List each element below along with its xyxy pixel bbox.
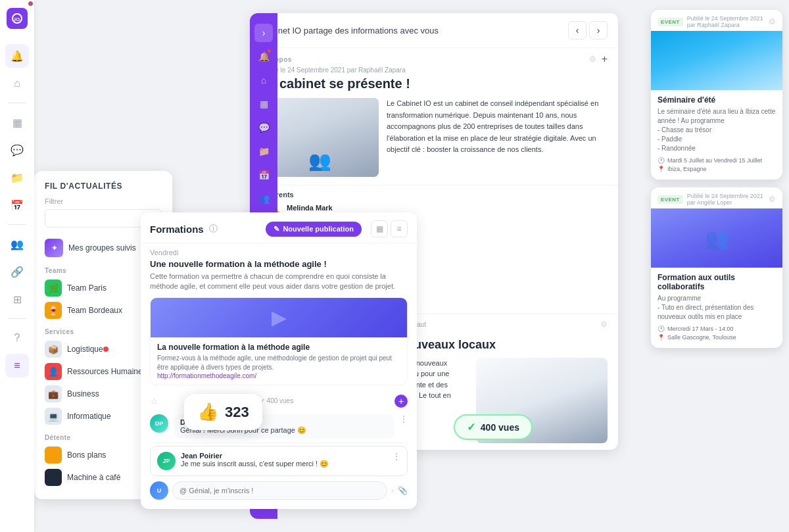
informatique-icon: 💻 [45,408,62,425]
event1-image [651,31,782,90]
article-image [260,98,379,177]
event1-date: 🕐 Mardi 5 Juillet au Vendredi 15 Juillet [658,157,776,164]
bons-plans-label: Bons plans [67,450,106,460]
formations-header: Formations ⓘ ✎ Nouvelle publication ▦ ≡ [141,212,417,243]
users-icon[interactable]: 👥 [5,232,29,256]
rh-label: Ressources Humaines [67,367,147,376]
event1-badge: EVENT [658,18,683,26]
main-top-bar: Cabinet IO partage des informations avec… [250,13,618,48]
new-pub-label: Nouvelle publication [283,225,354,233]
next-nav-button[interactable]: › [589,21,608,39]
informatique-label: Informatique [67,412,111,421]
filter-label: Filtrer [45,197,162,205]
event2-badge: EVENT [658,195,683,204]
bons-plans-icon [45,447,62,464]
second-settings-icon[interactable]: ⚙ [600,320,608,329]
chat-icon[interactable]: 💬 [5,138,29,162]
machine-cafe-icon [45,469,62,486]
jean-comment-card: JP Jean Poirier Je me suis inscrit aussi… [150,446,408,476]
new-publication-button[interactable]: ✎ Nouvelle publication [266,222,362,237]
jean-name: Jean Poirier [181,452,387,460]
svg-text:IO: IO [14,16,20,22]
strip-calendar-icon[interactable]: 📅 [254,166,273,184]
event-card-2: EVENT Publié le 24 Septembre 2021par Ang… [651,187,782,348]
post-card-image: ▶ [151,298,407,337]
strip-grid-icon[interactable]: ▦ [254,95,273,113]
jean-avatar: JP [157,452,176,470]
calendar-icon[interactable]: 📅 [5,193,29,217]
views-text: ✓ 400 vues [260,397,293,404]
list-icon-btn[interactable]: ≡ [391,220,408,237]
formations-info-icon[interactable]: ⓘ [209,223,218,235]
group-icon[interactable]: ⊞ [5,287,29,311]
day-label: Vendredi [150,243,408,259]
current-user-avatar: U [150,481,168,500]
link-icon[interactable]: 🔗 [5,260,29,283]
post-card-link[interactable]: http://formationmethodeagile.com/ [157,372,400,379]
post-desc: Cette formation va permettre à chacun de… [150,272,408,292]
left-panel-title: FIL D'ACTUALITÉS [45,181,162,191]
help-icon[interactable]: ? [5,326,29,350]
strip-arrow-icon[interactable]: › [254,24,273,42]
jean-more-icon[interactable]: ⋮ [393,452,400,461]
event1-date-text: Mardi 5 Juillet au Vendredi 15 Juillet [667,157,762,164]
sidebar-divider3 [8,318,26,319]
prev-nav-button[interactable]: ‹ [568,21,586,39]
event-card-1: EVENT Publié le 24 Septembre 2021par Rap… [651,10,782,180]
right-panel: EVENT Publié le 24 Septembre 2021par Rap… [651,10,782,356]
home-icon[interactable]: ⌂ [5,72,29,95]
new-pub-icon: ✎ [274,225,279,233]
strip-home-icon[interactable]: ⌂ [254,71,273,89]
sidebar-logo[interactable]: IO [7,8,28,29]
event2-settings-icon[interactable]: ⚙ [769,195,776,204]
strip-users-icon[interactable]: 👥 [254,189,273,208]
david-more-icon[interactable]: ⋮ [400,414,408,423]
event1-desc: Le séminaire d'été aura lieu à Ibiza cet… [658,107,776,153]
formations-panel: Formations ⓘ ✎ Nouvelle publication ▦ ≡ … [141,212,417,509]
grid-icon[interactable]: ▦ [5,110,29,134]
strip-bell-icon[interactable]: 🔔 [254,47,273,66]
event2-desc: Au programme- Tuto en direct, présentati… [658,294,776,322]
event2-top: EVENT Publié le 24 Septembre 2021par Ang… [651,187,782,208]
formations-body: Vendredi Une nouvelle formation à la mét… [141,243,417,509]
folder-icon[interactable]: 📁 [5,166,29,189]
comment-input[interactable] [172,481,387,500]
event1-pub-info: Publié le 24 Septembre 2021par Raphaël Z… [687,15,769,28]
article-body: Le Cabinet IO est un cabinet de conseil … [250,98,618,185]
check-icon: ✓ [467,421,475,433]
collab-image: 👥 [651,208,782,268]
strip-folder-icon[interactable]: 📁 [254,142,273,160]
star-button[interactable]: ☆ [150,396,158,406]
post-card: ▶ La nouvelle formation à la méthode agi… [150,297,408,385]
event1-location: 📍 Ibiza, Espagne [658,166,776,172]
table-icon-btn[interactable]: ▦ [371,220,388,237]
add-icon[interactable]: + [602,53,608,65]
thumbs-up-icon: 👍 [197,402,218,422]
bell-icon[interactable]: 🔔 [5,44,29,68]
list-icon[interactable]: ≡ [5,354,29,377]
comment-send-icon[interactable]: › [391,486,394,495]
event2-pub-info: Publié le 24 Septembre 2021par Angèle Lo… [687,193,769,206]
logistique-label: Logistique [67,345,103,354]
clock-icon: 🕐 [658,157,665,164]
event2-location: 📍 Salle Gascogne, Toulouse [658,334,776,341]
comment-attach-icon[interactable]: 📎 [398,486,408,495]
business-label: Business [67,389,99,399]
event2-date: 🕐 Mercredi 17 Mars - 14:00 [658,326,776,332]
office-image [260,98,379,177]
location2-icon: 📍 [658,334,665,341]
event2-title: Formation aux outils collaboratifs [658,273,776,291]
logistique-dot [103,347,108,352]
settings-icon[interactable]: ⚙ [589,55,596,64]
david-avatar: DP [150,414,168,433]
strip-chat-icon[interactable]: 💬 [254,118,273,137]
logistique-icon: 📦 [45,341,62,358]
tab-icons: ▦ ≡ [371,220,408,237]
add-reaction-button[interactable]: + [394,395,408,408]
team-paris-label: Team Paris [67,283,107,293]
team-paris-icon: 🌿 [45,279,62,297]
event1-settings-icon[interactable]: ⚙ [769,17,776,26]
sidebar-divider2 [8,224,26,225]
vues-text: 400 vues [481,422,519,433]
event1-location-text: Ibiza, Espagne [667,166,707,172]
